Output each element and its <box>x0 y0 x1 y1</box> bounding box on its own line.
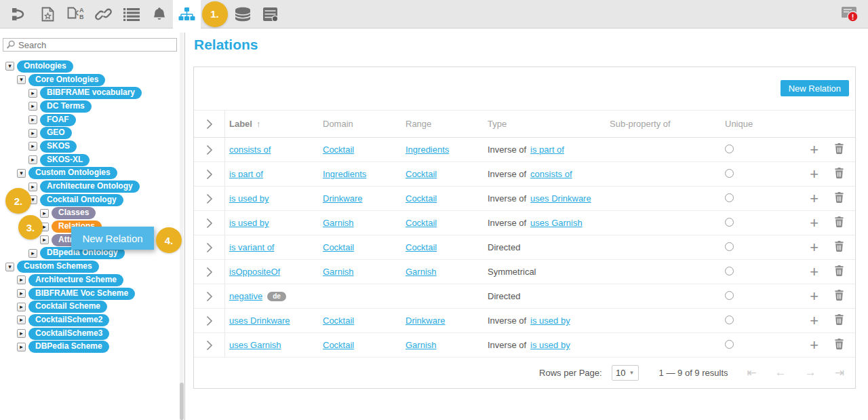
row-expand-icon[interactable] <box>206 316 213 326</box>
domain-link[interactable]: Garnish <box>323 218 354 228</box>
delete-icon[interactable] <box>835 192 844 203</box>
expand-toggle-icon[interactable]: ▸ <box>28 155 37 164</box>
expand-toggle-icon[interactable]: ▸ <box>17 289 26 298</box>
range-link[interactable]: Drinkware <box>406 316 446 326</box>
domain-link[interactable]: Cocktail <box>323 340 354 350</box>
inverse-relation-link[interactable]: is used by <box>530 340 570 350</box>
collapse-toggle-icon[interactable]: ▾ <box>5 263 14 271</box>
expand-toggle-icon[interactable]: ▸ <box>28 183 37 191</box>
tree-node-pill[interactable]: Custom Schemes <box>17 261 99 273</box>
delete-icon[interactable] <box>835 265 844 276</box>
unique-radio[interactable] <box>725 145 734 153</box>
toolbar-button-document-star[interactable] <box>34 0 62 28</box>
add-icon[interactable] <box>810 265 818 279</box>
relation-label-link[interactable]: consists of <box>229 145 271 155</box>
unique-radio[interactable] <box>725 316 734 324</box>
expand-toggle-icon[interactable]: ▸ <box>28 102 37 111</box>
tree-item-bibframe-vocabulary[interactable]: ▸BIBFRAME vocabulary <box>0 86 176 100</box>
delete-icon[interactable] <box>835 143 844 154</box>
domain-link[interactable]: Cocktail <box>323 145 354 155</box>
expand-toggle-icon[interactable]: ▸ <box>28 89 37 98</box>
add-icon[interactable] <box>810 339 818 352</box>
relation-label-link[interactable]: is part of <box>229 169 263 179</box>
delete-button[interactable] <box>835 265 844 278</box>
collapse-toggle-icon[interactable]: ▾ <box>17 75 26 84</box>
domain-link[interactable]: Cocktail <box>323 242 354 252</box>
toolbar-button-ontology-active[interactable] <box>173 0 201 28</box>
tree-node-pill[interactable]: Custom Ontologies <box>28 167 117 179</box>
relation-label-link[interactable]: negative <box>229 291 262 301</box>
toolbar-button-notifications[interactable] <box>145 0 173 28</box>
unique-radio[interactable] <box>725 193 734 202</box>
expand-toggle-icon[interactable]: ▸ <box>28 249 37 258</box>
tree-item-skos[interactable]: ▸SKOS <box>0 140 176 153</box>
tree-node-pill[interactable]: Ontologies <box>17 60 73 73</box>
expand-toggle-icon[interactable]: ▸ <box>40 209 49 218</box>
expand-toggle-icon[interactable]: ▸ <box>17 303 26 311</box>
column-header-domain[interactable]: Domain <box>319 119 401 129</box>
column-header-label[interactable]: Label↑ <box>225 119 319 129</box>
delete-button[interactable] <box>835 339 844 351</box>
toolbar-button-alerts[interactable]: ! <box>840 4 860 24</box>
expand-toggle-icon[interactable]: ▸ <box>28 142 37 151</box>
toolbar-button-server[interactable] <box>256 0 284 28</box>
inverse-relation-link[interactable]: consists of <box>530 169 572 179</box>
unique-radio[interactable] <box>725 169 734 178</box>
collapse-toggle-icon[interactable]: ▾ <box>17 169 26 178</box>
tree-node-pill[interactable]: Cocktail Ontology <box>40 194 123 206</box>
relation-label-link[interactable]: is used by <box>229 218 269 228</box>
inverse-relation-link[interactable]: is used by <box>530 316 570 326</box>
toolbar-button-database[interactable] <box>229 0 256 28</box>
tree-node-pill[interactable]: CocktailScheme2 <box>28 314 109 326</box>
range-link[interactable]: Cocktail <box>406 193 437 204</box>
tree-node-pill[interactable]: Core Ontologies <box>28 74 105 86</box>
delete-icon[interactable] <box>835 314 844 325</box>
tree-item-dbpedia-scheme[interactable]: ▸DBPedia Scheme <box>0 340 176 354</box>
column-header-range[interactable]: Range <box>401 119 484 129</box>
tree-item-bibframe-voc-scheme[interactable]: ▸BIBFRAME Voc Scheme <box>0 287 176 301</box>
relation-label-link[interactable]: uses Garnish <box>229 340 281 350</box>
expand-toggle-icon[interactable]: ▸ <box>17 329 26 338</box>
unique-radio[interactable] <box>725 340 734 349</box>
row-expand-icon[interactable] <box>206 218 213 229</box>
domain-link[interactable]: Ingredients <box>323 169 366 179</box>
row-expand-cell[interactable] <box>194 309 225 332</box>
tree-node-pill[interactable]: DBPedia Scheme <box>28 341 109 353</box>
next-page-icon[interactable] <box>805 366 816 380</box>
unique-radio[interactable] <box>725 291 734 300</box>
unique-radio[interactable] <box>725 218 734 227</box>
column-header-type[interactable]: Type <box>484 119 597 129</box>
toolbar-button-extraction[interactable]: A B <box>62 0 90 28</box>
tree-item-skos-xl[interactable]: ▸SKOS-XL <box>0 153 176 167</box>
tree-node-pill[interactable]: CocktailScheme3 <box>28 328 109 340</box>
tree-node-pill[interactable]: SKOS <box>40 140 77 153</box>
add-icon[interactable] <box>810 216 818 230</box>
new-relation-button[interactable]: New Relation <box>781 80 849 96</box>
row-expand-icon[interactable] <box>206 193 213 204</box>
delete-button[interactable] <box>835 168 844 180</box>
tree-node-pill[interactable]: Architecture Ontology <box>40 180 140 193</box>
delete-icon[interactable] <box>835 216 844 227</box>
tree-item-cocktail-scheme[interactable]: ▸Cocktail Scheme <box>0 300 176 313</box>
delete-button[interactable] <box>835 314 844 327</box>
tree-item-geo[interactable]: ▸GEO <box>0 126 176 140</box>
tree-node-pill[interactable]: DC Terms <box>40 100 92 113</box>
row-expand-icon[interactable] <box>206 267 213 278</box>
tree-node-pill[interactable]: FOAF <box>40 114 76 126</box>
tree-item-ontologies[interactable]: ▾Ontologies <box>0 60 176 73</box>
tree-node-pill[interactable]: BIBFRAME vocabulary <box>40 87 142 99</box>
row-expand-cell[interactable] <box>194 333 225 357</box>
delete-button[interactable] <box>835 290 844 303</box>
expand-toggle-icon[interactable]: ▸ <box>28 115 37 124</box>
add-icon[interactable] <box>810 192 818 206</box>
domain-link[interactable]: Cocktail <box>323 316 354 326</box>
row-expand-icon[interactable] <box>206 291 213 302</box>
expand-toggle-icon[interactable]: ▸ <box>17 275 26 284</box>
relation-label-link[interactable]: uses Drinkware <box>229 316 290 326</box>
add-icon[interactable] <box>810 143 818 157</box>
relation-label-link[interactable]: isOppositeOf <box>229 267 280 277</box>
delete-button[interactable] <box>835 192 844 205</box>
add-icon[interactable] <box>810 168 818 181</box>
range-link[interactable]: Garnish <box>406 267 437 277</box>
rows-per-page-select[interactable]: 10▼ <box>612 365 639 381</box>
